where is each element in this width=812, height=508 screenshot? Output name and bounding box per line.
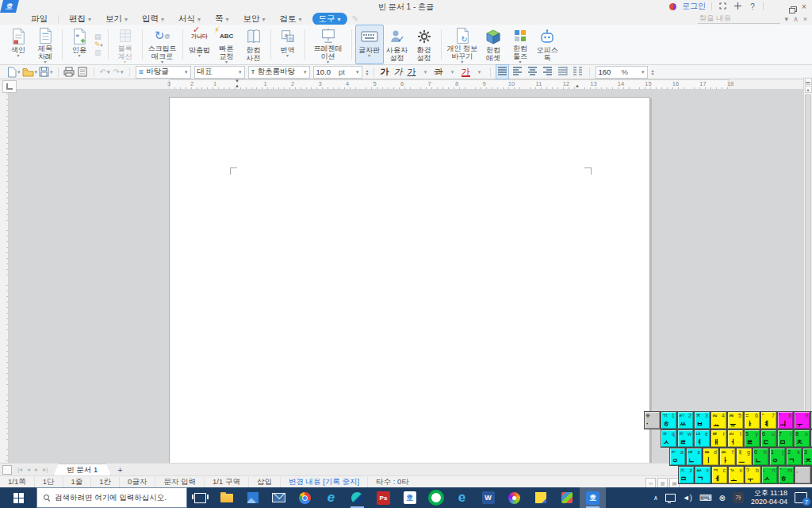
keyboard-key-8[interactable]: ”8ㅢ: [777, 411, 794, 429]
bold-button[interactable]: 가: [381, 66, 389, 78]
ribbon-hancom-asset-button[interactable]: 한컴 애셋: [480, 25, 507, 64]
help-button[interactable]: ?: [748, 2, 757, 11]
keyboard-key-y[interactable]: 5yㄹ: [744, 429, 760, 448]
word-icon[interactable]: W: [475, 487, 501, 508]
keyboard-key-a[interactable]: ㄷaㅇ: [669, 448, 686, 466]
next-tab-icon[interactable]: ▸: [33, 466, 40, 473]
keyboard-key-2[interactable]: ㄺ2ㅆ: [677, 411, 694, 429]
menu-page[interactable]: 쪽▾: [208, 13, 236, 25]
keyboard-key-n[interactable]: -nㅅ: [761, 466, 778, 484]
ribbon-user-settings-button[interactable]: ✓ 사용자 설정: [384, 25, 411, 64]
menu-tools[interactable]: 도구▾: [312, 13, 347, 25]
document-canvas[interactable]: [9, 89, 803, 463]
find-dropdown-icon[interactable]: ▾: [785, 15, 789, 23]
keyboard-key-i[interactable]: 7iㅁ: [777, 429, 794, 448]
keyboard-key-b[interactable]: ?bㅜ: [745, 466, 761, 484]
find-close-icon[interactable]: ×: [803, 15, 807, 23]
keyboard-key-w[interactable]: ㅌwㄹ: [677, 429, 694, 448]
ruler-corner-button[interactable]: [2, 80, 17, 93]
menu-review[interactable]: 검토▾: [273, 13, 309, 25]
mail-icon[interactable]: [266, 487, 292, 508]
align-right-button[interactable]: [541, 64, 554, 79]
korean-ime-icon[interactable]: 가: [733, 492, 744, 503]
menu-format[interactable]: 서식▾: [171, 13, 208, 25]
ribbon-spellcheck-button[interactable]: 가나다✓ 맞춤법 ▾: [186, 25, 213, 64]
hancom-office-icon[interactable]: [553, 487, 580, 508]
keyboard-key-d[interactable]: ㄼdㅣ: [703, 448, 719, 466]
ribbon-office-talk-button[interactable]: 오피스 톡: [534, 25, 561, 64]
ribbon-index-button[interactable]: 색인 ▾: [5, 25, 32, 64]
keyboard-key-7[interactable]: “7ㅖ: [760, 411, 777, 429]
highlight-pen-icon[interactable]: ✎▾: [94, 41, 103, 48]
ribbon-hancom-tools-button[interactable]: 한컴 툴즈 ▾: [507, 25, 534, 64]
ribbon-privacy-button[interactable]: ↻ 개인 정보 바꾸기 ▾: [445, 25, 481, 64]
login-button[interactable]: 로그인: [682, 1, 706, 12]
keyboard-key-l[interactable]: 3lㅈ: [802, 448, 812, 466]
status-track-changes[interactable]: 변경 내용 [기록 중지]: [281, 477, 368, 487]
paste-icon[interactable]: ▥: [94, 49, 103, 56]
keyboard-key-v[interactable]: ㄳvㅗ: [728, 466, 745, 484]
font-family-select[interactable]: T 함초롬바탕▾: [248, 66, 310, 79]
prev-tab-icon[interactable]: ◂: [25, 466, 33, 473]
zoom-stepper[interactable]: ▲▼: [651, 69, 655, 75]
keyboard-key-5[interactable]: ㄾ5ㅠ: [727, 411, 744, 429]
keyboard-key-h[interactable]: 0hㄴ: [753, 448, 769, 466]
keyboard-key-z[interactable]: ㅊzㅁ: [678, 466, 695, 484]
naver-icon[interactable]: [423, 487, 449, 508]
print-preview-button[interactable]: [77, 66, 89, 78]
notification-center-icon[interactable]: 7: [795, 492, 807, 503]
menu-view[interactable]: 보기▾: [98, 13, 135, 25]
menu-security[interactable]: 보안▾: [236, 13, 273, 25]
keyboard-key-e[interactable]: ㄵeㅕ: [694, 429, 710, 448]
status-insert-mode[interactable]: 삽입: [249, 477, 281, 487]
taskbar-search[interactable]: 검색하려면 여기에 입력하십시오.: [36, 487, 187, 508]
ribbon-script-macro-button[interactable]: ↻@ 스크립트 매크로 ▾: [146, 25, 179, 64]
open-document-button[interactable]: ▾: [22, 66, 38, 78]
keyboard-key-t[interactable]: ㄽtㅓ: [727, 429, 744, 448]
align-divide-button[interactable]: [571, 64, 584, 79]
right-indent-marker[interactable]: ▴: [576, 83, 579, 89]
keyboard-key-u[interactable]: 6uㄷ: [760, 429, 777, 448]
sticky-notes-icon[interactable]: [527, 487, 553, 508]
font-size-select[interactable]: 10.0 pt▾: [313, 66, 362, 79]
fullscreen-icon[interactable]: [718, 2, 727, 11]
ps-icon[interactable]: Ps: [370, 487, 396, 508]
italic-button[interactable]: 가: [394, 66, 403, 78]
keyboard-key-j[interactable]: 1jㅇ: [769, 448, 786, 466]
font-size-stepper[interactable]: ▲▼: [366, 69, 370, 75]
ribbon-presentation-button[interactable]: 프레젠테이션 ▾: [308, 25, 348, 64]
keyboard-key-o[interactable]: 8oㅊ: [794, 429, 810, 448]
keyboard-key-q[interactable]: ㅍqㅅ: [661, 429, 677, 448]
eject-icon[interactable]: ⊗: [719, 494, 726, 502]
outline-level-select[interactable]: 대표▾: [194, 66, 245, 79]
ribbon-toc-button[interactable]: 제목 차례 ▾: [32, 25, 59, 64]
print-button[interactable]: [63, 66, 75, 78]
menu-input[interactable]: 입력▾: [135, 13, 171, 25]
ime-keyboard-icon[interactable]: ⌨: [699, 493, 712, 503]
ribbon-citation-button[interactable]: ❝ 인용 ▾: [66, 25, 93, 64]
add-tab-button[interactable]: +: [111, 465, 128, 475]
whale-icon[interactable]: [344, 487, 370, 508]
keyboard-key-3[interactable]: ㅈ3ㅂ: [694, 411, 710, 429]
keyboard-key-x[interactable]: ㅄxㄱ: [695, 466, 711, 484]
ribbon-translate-button[interactable]: a한 번역 ▾: [274, 25, 301, 64]
find-collapse-icon[interactable]: ∧: [793, 15, 799, 23]
move-window-icon[interactable]: [733, 2, 742, 11]
align-distribute-button[interactable]: [556, 64, 569, 79]
taskbar-clock[interactable]: 오후 11:18 2020-04-04: [751, 489, 787, 506]
paragraph-style-select[interactable]: ≣ 바탕글▾: [136, 66, 191, 79]
document-tab[interactable]: 빈 문서 1: [53, 464, 111, 476]
keyboard-key-`[interactable]: ※`·: [644, 411, 661, 429]
keyboard-key-,[interactable]: ,: [795, 466, 811, 484]
hangul-app-icon[interactable]: 호: [580, 487, 606, 508]
ribbon-env-settings-button[interactable]: 환경 설정: [411, 25, 438, 64]
hancom-doc-icon[interactable]: 호: [396, 487, 423, 508]
keyboard-key-m[interactable]: "mㅎ: [778, 466, 795, 484]
zoom-level-select[interactable]: 160 %▾: [596, 66, 648, 79]
ribbon-dictionary-button[interactable]: 한컴 사전: [240, 25, 267, 64]
start-button[interactable]: [0, 487, 36, 508]
font-color-button[interactable]: 가: [462, 67, 470, 77]
paint-icon[interactable]: [501, 487, 527, 508]
underline-button[interactable]: 가: [408, 66, 416, 78]
first-tab-icon[interactable]: |◂: [15, 466, 25, 473]
